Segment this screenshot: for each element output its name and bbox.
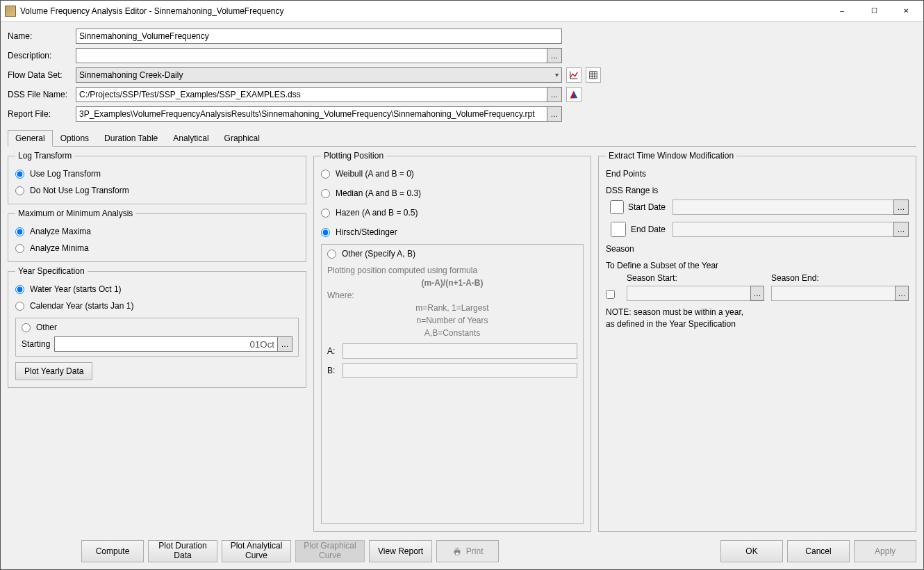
tab-body-general: Log Transform Use Log Transform Do Not U…	[8, 147, 916, 532]
cancel-button[interactable]: Cancel	[787, 540, 850, 562]
start-date-input[interactable]	[673, 200, 894, 215]
starting-browse-button[interactable]: …	[277, 336, 292, 352]
row-name: Name:	[8, 28, 916, 44]
description-input[interactable]	[76, 48, 547, 63]
use-log-transform-radio[interactable]	[15, 170, 24, 179]
dss-file-input[interactable]	[76, 87, 547, 102]
right-column: Extract Time Window Modification End Poi…	[598, 151, 916, 532]
season-checkbox[interactable]	[606, 290, 615, 299]
content-area: Name: Description: … Flow Data Set: Sinn…	[1, 22, 923, 536]
start-date-browse-button[interactable]: …	[893, 200, 909, 215]
starting-input[interactable]	[54, 336, 278, 352]
start-date-row: Start Date …	[610, 200, 909, 215]
median-option[interactable]: Median (A and B = 0.3)	[321, 188, 584, 198]
weibull-option[interactable]: Weibull (A and B = 0)	[321, 169, 584, 179]
formula-text: (m-A)/(n+1-A-B)	[422, 278, 484, 288]
log-transform-group: Log Transform Use Log Transform Do Not U…	[8, 151, 306, 204]
formula-n: n=Number of Years	[327, 314, 577, 327]
end-date-check-label[interactable]: End Date	[610, 222, 666, 237]
use-log-transform-option[interactable]: Use Log Transform	[15, 169, 299, 179]
histogram-icon-button[interactable]	[566, 87, 581, 102]
plot-data-icon-button[interactable]	[566, 67, 581, 83]
maximize-button[interactable]: ☐	[858, 1, 890, 22]
median-label: Median (A and B = 0.3)	[336, 188, 421, 198]
season-start-browse-button[interactable]: …	[750, 286, 764, 301]
no-log-transform-option[interactable]: Do Not Use Log Transform	[15, 186, 299, 195]
row-description: Description: …	[8, 48, 916, 63]
tab-general[interactable]: General	[8, 130, 53, 147]
flow-data-set-value: Sinnemahoning Creek-Daily	[79, 70, 183, 80]
start-date-check-label[interactable]: Start Date	[610, 200, 666, 215]
end-date-row: End Date …	[610, 222, 909, 237]
description-label: Description:	[8, 51, 76, 60]
plotting-position-group: Plotting Position Weibull (A and B = 0) …	[313, 151, 591, 532]
hazen-option[interactable]: Hazen (A and B = 0.5)	[321, 208, 584, 218]
row-flow-data-set: Flow Data Set: Sinnemahoning Creek-Daily…	[8, 67, 916, 83]
tab-options[interactable]: Options	[53, 130, 97, 147]
close-button[interactable]: ✕	[890, 1, 922, 22]
calendar-year-option[interactable]: Calendar Year (starts Jan 1)	[15, 301, 299, 311]
left-column: Log Transform Use Log Transform Do Not U…	[8, 151, 306, 532]
end-date-checkbox[interactable]	[610, 222, 627, 237]
middle-column: Plotting Position Weibull (A and B = 0) …	[313, 151, 591, 532]
calendar-year-radio[interactable]	[15, 302, 24, 311]
year-other-option[interactable]: Other	[22, 323, 292, 332]
analyze-minima-option[interactable]: Analyze Minima	[15, 243, 299, 253]
end-date-input[interactable]	[673, 222, 894, 237]
footer-bar: Compute Plot Duration Data Plot Analytic…	[1, 536, 923, 569]
b-label: B:	[327, 366, 337, 375]
season-start-input[interactable]	[627, 286, 751, 301]
dss-range-label: DSS Range is	[606, 186, 909, 195]
calendar-year-label: Calendar Year (starts Jan 1)	[30, 301, 133, 311]
hazen-radio[interactable]	[321, 209, 330, 218]
flow-data-set-combo[interactable]: Sinnemahoning Creek-Daily ▾	[76, 67, 562, 83]
analyze-maxima-option[interactable]: Analyze Maxima	[15, 227, 299, 236]
plot-yearly-data-button[interactable]: Plot Yearly Data	[15, 362, 92, 380]
end-date-browse-button[interactable]: …	[893, 222, 909, 237]
plot-graphical-curve-button: Plot Graphical Curve	[295, 540, 365, 562]
weibull-radio[interactable]	[321, 170, 330, 179]
table-icon-button[interactable]	[586, 67, 601, 83]
water-year-option[interactable]: Water Year (starts Oct 1)	[15, 284, 299, 294]
tab-duration-table[interactable]: Duration Table	[97, 130, 165, 147]
app-icon	[5, 6, 16, 17]
print-button: Print	[436, 540, 499, 562]
hirsch-option[interactable]: Hirsch/Stedinger	[321, 227, 584, 237]
plotting-other-subgroup: Other (Specify A, B) Plotting position c…	[321, 244, 584, 524]
view-report-button[interactable]: View Report	[369, 540, 432, 562]
report-file-input[interactable]	[76, 106, 547, 122]
analyze-maxima-radio[interactable]	[15, 227, 24, 236]
use-log-transform-label: Use Log Transform	[30, 169, 101, 179]
water-year-radio[interactable]	[15, 285, 24, 294]
plotting-other-option[interactable]: Other (Specify A, B)	[327, 249, 577, 259]
tab-analytical[interactable]: Analytical	[165, 130, 216, 147]
dss-file-browse-button[interactable]: …	[547, 87, 562, 102]
a-input[interactable]	[343, 343, 577, 359]
start-date-checkbox[interactable]	[610, 200, 624, 215]
report-file-browse-button[interactable]: …	[547, 106, 562, 122]
b-input[interactable]	[343, 363, 577, 378]
max-min-group: Maximum or Minimum Analysis Analyze Maxi…	[8, 209, 306, 262]
print-icon	[452, 546, 462, 556]
no-log-transform-radio[interactable]	[15, 186, 24, 195]
analyze-minima-radio[interactable]	[15, 244, 24, 253]
median-radio[interactable]	[321, 189, 330, 198]
compute-button[interactable]: Compute	[81, 540, 144, 562]
plot-analytical-curve-button[interactable]: Plot Analytical Curve	[222, 540, 291, 562]
plotting-other-radio[interactable]	[327, 250, 336, 259]
year-spec-legend: Year Specification	[15, 266, 88, 276]
subset-label: To Define a Subset of the Year	[606, 261, 909, 270]
season-end-input[interactable]	[771, 286, 896, 301]
plot-duration-data-button[interactable]: Plot Duration Data	[148, 540, 217, 562]
weibull-label: Weibull (A and B = 0)	[336, 169, 414, 179]
year-other-radio[interactable]	[22, 323, 31, 332]
hirsch-radio[interactable]	[321, 228, 330, 237]
season-end-browse-button[interactable]: …	[895, 286, 909, 301]
description-browse-button[interactable]: …	[547, 48, 562, 63]
name-input[interactable]	[76, 28, 562, 44]
ok-button[interactable]: OK	[720, 540, 783, 562]
minimize-button[interactable]: –	[826, 1, 858, 22]
tab-graphical[interactable]: Graphical	[217, 130, 267, 147]
max-min-legend: Maximum or Minimum Analysis	[15, 209, 135, 218]
svg-rect-8	[455, 548, 459, 551]
